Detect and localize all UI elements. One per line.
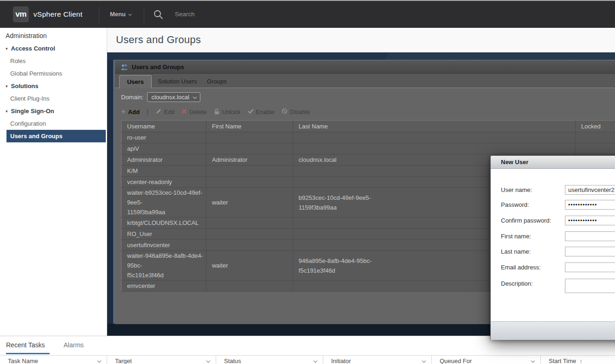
- field-row-last-name: Last name:Optional: [491, 247, 615, 257]
- tab-users[interactable]: Users: [119, 75, 152, 88]
- column-header-first-name[interactable]: First Name: [206, 121, 293, 132]
- users-toolbar: +Add|EditDeleteUnlockEnableDisable: [121, 107, 310, 117]
- first-name-label: First name:: [501, 233, 531, 240]
- enable-icon: [248, 109, 254, 115]
- task-column-queued-for[interactable]: Queued For: [432, 356, 541, 364]
- search-input[interactable]: Search: [175, 1, 195, 28]
- user-name-field[interactable]: [565, 185, 615, 195]
- first-name-cell: [206, 281, 293, 292]
- locked-cell: [576, 143, 615, 154]
- product-title: vSphere Client: [33, 1, 83, 28]
- username-cell: emvcenter: [122, 281, 206, 292]
- panel-tabs: UsersSolution UsersGroups: [115, 74, 615, 88]
- sidebar-item-label: Access Control: [11, 45, 55, 52]
- description-label: Description:: [501, 280, 533, 287]
- column-header-locked[interactable]: Locked: [576, 121, 615, 132]
- column-filter-icon[interactable]: [422, 359, 426, 363]
- vmware-logo[interactable]: vm: [13, 6, 29, 22]
- username-cell: waiter-b9253cec-10cd-49ef-9ee5- 1159f3ba…: [122, 188, 206, 217]
- delete-button: Delete: [181, 109, 207, 115]
- locked-cell: [576, 132, 615, 143]
- add-icon: +: [121, 109, 126, 115]
- column-header-last-name[interactable]: Last Name: [293, 121, 575, 132]
- panel-title: Users and Groups: [132, 60, 184, 74]
- vsphere-client-screen: vm vSphere Client Menu Search Administra…: [0, 0, 615, 364]
- tab-alarms[interactable]: Alarms: [64, 341, 84, 349]
- tasks-bar: Recent Tasks Alarms Task NameTargetStatu…: [0, 336, 615, 364]
- toolbar-button-label: Disable: [290, 109, 310, 115]
- nav-divider: [99, 6, 99, 23]
- column-label: Initiator: [331, 358, 351, 364]
- sidebar-item-roles[interactable]: Roles: [0, 55, 107, 67]
- chevron-down-icon: ▾: [6, 109, 8, 114]
- menu-button[interactable]: Menu: [110, 1, 131, 28]
- task-column-target[interactable]: Target: [107, 356, 216, 364]
- username-cell: K/M: [122, 166, 206, 177]
- tab-groups[interactable]: Groups: [207, 75, 227, 88]
- last-name-cell: [293, 143, 575, 154]
- sidebar-item-label: Client Plug-Ins: [10, 95, 50, 102]
- modal-fields: User name:Password:iConfirm password:Fir…: [491, 169, 615, 321]
- add-button[interactable]: +Add: [121, 109, 140, 115]
- dialog-title: New User: [501, 156, 528, 169]
- active-tab-underline: [6, 353, 50, 354]
- table-row[interactable]: apiV: [122, 143, 615, 154]
- sidebar-item-solutions[interactable]: ▾Solutions: [0, 80, 107, 92]
- task-column-status[interactable]: Status: [216, 356, 323, 364]
- search-icon[interactable]: [153, 9, 163, 21]
- password-field[interactable]: [565, 200, 615, 210]
- column-header-username[interactable]: Username: [122, 121, 206, 132]
- field-row-user-name: User name:: [491, 185, 615, 195]
- column-filter-icon[interactable]: [314, 359, 317, 363]
- email-address-field[interactable]: [565, 262, 615, 272]
- first-name-cell: [206, 217, 293, 229]
- chevron-down-icon: ▾: [6, 84, 8, 89]
- field-row-description: Description:Optional: [491, 279, 615, 289]
- sidebar-item-configuration[interactable]: Configuration: [0, 117, 107, 130]
- column-label: Start Time: [549, 358, 576, 364]
- first-name-cell: [206, 177, 293, 188]
- last-name-field[interactable]: [565, 247, 615, 256]
- first-name-cell: waiter: [206, 251, 293, 281]
- first-name-field[interactable]: [565, 231, 615, 241]
- dialog-footer: OK Cancel: [491, 321, 615, 340]
- disable-icon: [282, 108, 288, 115]
- column-filter-icon[interactable]: [97, 359, 101, 363]
- description-textarea[interactable]: [565, 279, 615, 293]
- username-cell: apiV: [122, 143, 206, 154]
- user-name-label: User name:: [501, 186, 532, 193]
- sidebar-item-single-sign-on[interactable]: ▾Single Sign-On: [0, 105, 107, 117]
- sidebar-item-access-control[interactable]: ▾Access Control: [0, 42, 107, 55]
- column-label: Queued For: [440, 358, 472, 364]
- sidebar-header: Administration: [0, 29, 107, 42]
- sidebar-item-global-permissions[interactable]: Global Permissions: [0, 67, 107, 80]
- dialog-titlebar[interactable]: New User: [491, 156, 615, 169]
- confirm-password-field[interactable]: [565, 216, 615, 225]
- task-column-initiator[interactable]: Initiator: [323, 356, 432, 364]
- tab-recent-tasks[interactable]: Recent Tasks: [6, 341, 45, 349]
- table-row[interactable]: ro-user: [122, 132, 615, 143]
- username-cell: ro-user: [122, 132, 206, 143]
- toolbar-button-label: Add: [128, 109, 140, 115]
- domain-label: Domain:: [121, 94, 143, 101]
- sidebar-item-label: Administration: [6, 32, 47, 39]
- nav-divider: [144, 6, 144, 23]
- task-column-start-time[interactable]: Start Time↑: [541, 356, 615, 364]
- sidebar-item-client-plug-ins[interactable]: Client Plug-Ins: [0, 92, 107, 105]
- column-filter-icon[interactable]: [206, 359, 210, 363]
- column-filter-icon[interactable]: [531, 359, 535, 363]
- sidebar-item-label: Solutions: [11, 83, 38, 89]
- tab-solution-users[interactable]: Solution Users: [158, 75, 197, 88]
- first-name-cell: [206, 229, 293, 240]
- last-name-label: Last name:: [501, 248, 531, 255]
- sidebar-item-label: Roles: [10, 57, 26, 64]
- users-group-icon: [121, 64, 128, 72]
- domain-select[interactable]: cloudnsx.local: [147, 92, 200, 102]
- sidebar-item-label: Single Sign-On: [11, 108, 54, 115]
- top-nav-bar: vm vSphere Client Menu Search: [0, 1, 615, 28]
- sidebar-item-label: Users and Groups: [10, 133, 63, 140]
- sidebar-item-users-and-groups[interactable]: Users and Groups: [6, 130, 106, 142]
- first-name-cell: [206, 166, 293, 177]
- task-column-task-name[interactable]: Task Name: [0, 356, 107, 364]
- toolbar-button-label: Edit: [164, 109, 174, 115]
